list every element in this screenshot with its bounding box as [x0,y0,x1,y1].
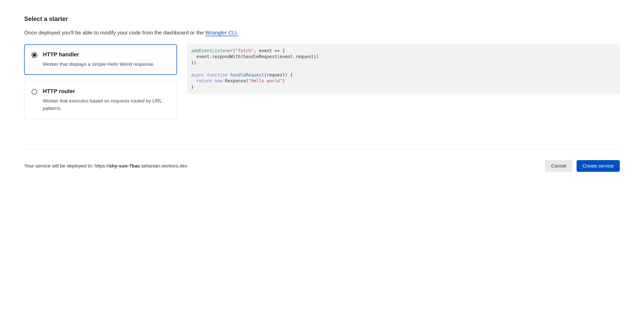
code-token: return new [196,78,222,83]
starter-card-http-handler[interactable]: HTTP handler Worker that displays a simp… [24,44,177,75]
starter-list: HTTP handler Worker that displays a simp… [24,44,177,119]
content-row: HTTP handler Worker that displays a simp… [24,44,620,119]
code-token: "Hello world" [248,78,282,83]
starter-text: HTTP handler Worker that displays a simp… [43,51,170,68]
starter-desc: Worker that displays a simple Hello Worl… [43,60,170,68]
code-token: }) [191,60,196,65]
code-token: handleRequest [228,72,264,77]
footer-actions: Cancel Create service [545,160,620,172]
cancel-button[interactable]: Cancel [545,160,572,172]
starter-title: HTTP router [43,88,170,95]
create-service-button[interactable]: Create service [577,160,620,172]
radio-icon [32,52,37,58]
code-token: Response( [222,78,248,83]
code-token: "fetch" [235,48,254,53]
starter-card-http-router[interactable]: HTTP router Worker that executes based o… [24,81,177,119]
code-preview: addEventListener("fetch", event => { eve… [187,44,620,94]
deploy-subdomain: shy-sun-7bac [109,163,140,169]
deploy-note: Your service will be deployed to: https:… [24,163,187,169]
starter-desc: Worker that executes based on requests r… [43,97,170,112]
code-token: event.respondWith(handleRequest(event.re… [191,54,319,59]
deploy-prefix: Your service will be deployed to: https:… [24,163,109,169]
footer-row: Your service will be deployed to: https:… [24,160,620,172]
code-token: ) [282,78,285,83]
code-token: , event => { [254,48,285,53]
radio-icon [32,89,37,95]
code-token: ( [233,48,235,53]
section-title: Select a starter [24,15,620,22]
section-description-text: Once deployed you'll be able to modify y… [24,30,205,35]
code-token: addEventListener [191,48,233,53]
section-description: Once deployed you'll be able to modify y… [24,29,620,37]
radio-dot-icon [33,54,36,57]
deploy-suffix: .tahanian.workers.dev [140,163,188,169]
code-token: async function [191,72,228,77]
code-token [191,78,196,83]
starter-title: HTTP handler [43,51,170,58]
code-token: (request) { [264,72,293,77]
starter-text: HTTP router Worker that executes based o… [43,88,170,112]
divider [24,150,620,150]
code-token: } [191,84,194,89]
wrangler-cli-link[interactable]: Wrangler CLI. [205,30,238,36]
